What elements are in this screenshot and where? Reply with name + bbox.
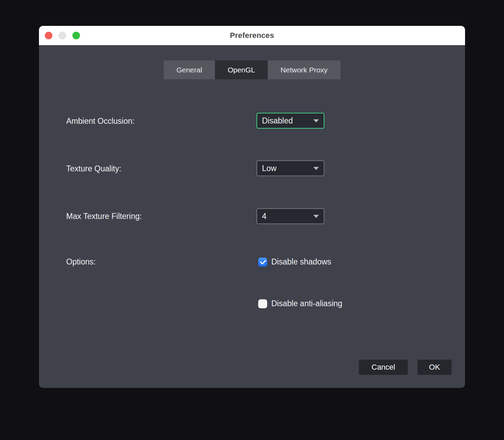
preferences-window: Preferences General OpenGL Network Proxy… — [39, 26, 465, 388]
chevron-down-icon — [313, 119, 319, 122]
tab-bar: General OpenGL Network Proxy — [164, 60, 341, 79]
disable-anti-aliasing-row: Disable anti-aliasing — [258, 299, 342, 308]
ambient-occlusion-dropdown[interactable]: Disabled — [256, 113, 324, 129]
chevron-down-icon — [313, 215, 319, 218]
ambient-occlusion-value: Disabled — [262, 116, 313, 126]
window-title: Preferences — [230, 31, 274, 40]
cancel-button[interactable]: Cancel — [359, 360, 408, 375]
titlebar: Preferences — [39, 26, 465, 45]
texture-quality-dropdown[interactable]: Low — [256, 160, 324, 176]
disable-shadows-label: Disable shadows — [271, 257, 331, 267]
tab-opengl[interactable]: OpenGL — [215, 60, 268, 79]
traffic-lights — [45, 32, 80, 39]
texture-quality-label: Texture Quality: — [66, 164, 121, 173]
ambient-occlusion-label: Ambient Occlusion: — [66, 116, 134, 126]
ok-button[interactable]: OK — [417, 360, 452, 375]
options-label: Options: — [66, 257, 96, 267]
tab-general[interactable]: General — [164, 60, 215, 79]
close-window-icon[interactable] — [45, 32, 52, 39]
fullscreen-window-icon[interactable] — [72, 32, 80, 39]
max-texture-filtering-value: 4 — [262, 212, 313, 221]
disable-shadows-checkbox[interactable] — [258, 258, 267, 267]
minimize-window-icon[interactable] — [59, 32, 66, 39]
chevron-down-icon — [313, 167, 319, 170]
max-texture-filtering-dropdown[interactable]: 4 — [256, 208, 324, 224]
texture-quality-value: Low — [262, 164, 313, 173]
tab-network-proxy[interactable]: Network Proxy — [268, 60, 341, 79]
max-texture-filtering-label: Max Texture Filtering: — [66, 211, 142, 221]
disable-anti-aliasing-label: Disable anti-aliasing — [271, 299, 342, 308]
disable-shadows-row: Disable shadows — [258, 257, 331, 267]
disable-anti-aliasing-checkbox[interactable] — [258, 299, 267, 308]
